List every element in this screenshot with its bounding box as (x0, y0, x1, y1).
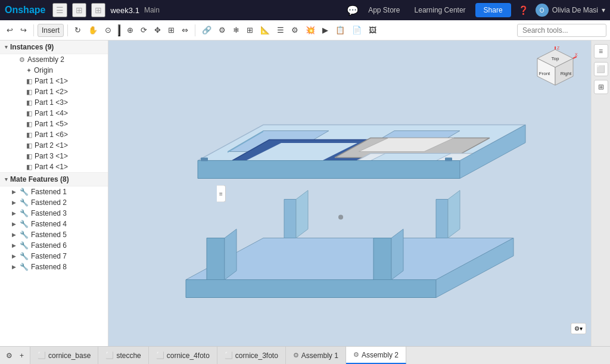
tab-part-icon: ⬜ (105, 351, 114, 359)
fastened3-item[interactable]: ▶ 🔧 Fastened 3 (0, 208, 108, 219)
part1-1-item[interactable]: ◧ Part 1 <1> (0, 76, 108, 86)
origin-item[interactable]: ✦ Origin (0, 65, 108, 76)
view-settings-button[interactable]: ⚙▾ (571, 323, 586, 334)
part3-1-item[interactable]: ◧ Part 3 <1> (0, 151, 108, 161)
fastened8-item[interactable]: ▶ 🔧 Fastened 8 (0, 262, 108, 272)
move-icon[interactable]: ⊕ (124, 24, 136, 36)
zoom-icon[interactable]: ⊞ (72, 3, 86, 17)
orientation-cube[interactable]: Top Front Right Z X (531, 46, 579, 94)
tab-stecche[interactable]: ⬜ stecche (98, 347, 148, 364)
svg-marker-6 (391, 229, 403, 280)
render-icon[interactable]: 🖼 (366, 24, 379, 36)
tab-cornice-4foto-label: cornice_4foto (167, 351, 210, 360)
tab-settings-button[interactable]: ⚙ (4, 350, 15, 361)
transform-icon[interactable]: ✥ (151, 24, 164, 36)
orbit-icon[interactable]: ⊙ (102, 24, 114, 36)
expand-icon: ▶ (12, 242, 16, 248)
part-icon: ◧ (26, 131, 32, 139)
part3-1-label: Part 3 <1> (35, 152, 68, 160)
tab-assembly2[interactable]: ⚙ Assembly 2 (346, 347, 406, 364)
part1-4-item[interactable]: ◧ Part 1 <4> (0, 108, 108, 119)
user-name: Olivia De Masi (552, 6, 598, 14)
fastened4-item[interactable]: ▶ 🔧 Fastened 4 (0, 219, 108, 229)
flip-icon[interactable]: ⇔ (179, 24, 191, 36)
hamburger-menu[interactable]: ☰ (52, 3, 67, 17)
assembly-name: Assembly 2 (27, 55, 64, 64)
settings-icon[interactable]: ⚙ (288, 24, 301, 36)
drawing-icon[interactable]: 📄 (349, 24, 365, 36)
search-tools-area (517, 24, 606, 37)
replicate-icon[interactable]: ❄ (230, 24, 242, 36)
mate-icon[interactable]: 🔗 (199, 24, 214, 36)
3d-scene (108, 41, 591, 346)
learning-center-button[interactable]: Learning Center (410, 4, 471, 17)
user-chevron-icon: ▾ (602, 6, 605, 14)
help-button[interactable]: ❓ (516, 3, 531, 17)
undo-button[interactable]: ↩ (4, 24, 16, 36)
user-area[interactable]: O Olivia De Masi ▾ (536, 4, 605, 17)
tab-assembly1-label: Assembly 1 (301, 351, 338, 360)
part1-6-item[interactable]: ◧ Part 1 <6> (0, 129, 108, 140)
svg-text:Front: Front (539, 71, 550, 76)
tab-cornice-4foto[interactable]: ⬜ cornice_4foto (149, 347, 217, 364)
svg-line-35 (573, 57, 577, 58)
fastened6-label: Fastened 6 (31, 241, 67, 250)
insert-button[interactable]: Insert (38, 24, 64, 37)
share-button[interactable]: Share (475, 3, 511, 17)
fastened-icon: 🔧 (20, 209, 29, 217)
part4-1-item[interactable]: ◧ Part 4 <1> (0, 161, 108, 172)
expand-icon: ▶ (12, 221, 16, 227)
fastened-icon: 🔧 (20, 231, 29, 239)
measure-icon[interactable]: 📐 (257, 24, 273, 36)
part1-3-label: Part 1 <3> (35, 98, 68, 107)
part2-1-item[interactable]: ◧ Part 2 <1> (0, 140, 108, 151)
part1-2-item[interactable]: ◧ Part 1 <2> (0, 86, 108, 97)
svg-marker-8 (296, 191, 308, 238)
fastened5-item[interactable]: ▶ 🔧 Fastened 5 (0, 229, 108, 240)
top-nav: Onshape ☰ ⊞ ⊞ week3.1 Main 💬 App Store L… (0, 0, 610, 20)
chat-icon[interactable]: 💬 (347, 5, 359, 16)
instances-header[interactable]: ▾ Instances (9) (0, 41, 108, 54)
tab-cornice-3foto[interactable]: ⬜ cornice_3foto (217, 347, 286, 364)
expand-icon: ▶ (12, 264, 16, 270)
pattern-icon[interactable]: ⊞ (244, 24, 256, 36)
pan-icon[interactable]: ✋ (85, 24, 101, 36)
redo-button[interactable]: ↪ (17, 24, 30, 36)
viewport[interactable]: ≡ Top Front Right Z X (108, 41, 591, 346)
fastened2-item[interactable]: ▶ 🔧 Fastened 2 (0, 197, 108, 208)
fastened-icon: 🔧 (20, 252, 29, 260)
align-icon[interactable]: ⊞ (165, 24, 178, 36)
parts-button[interactable]: ⬜ (594, 62, 608, 76)
explode-icon[interactable]: 💥 (303, 24, 318, 36)
part1-5-item[interactable]: ◧ Part 1 <5> (0, 119, 108, 129)
expand-icon: ▶ (12, 189, 16, 195)
animate-icon[interactable]: ▶ (319, 24, 331, 36)
display-states-button[interactable]: ≡ (594, 44, 608, 58)
fastened7-item[interactable]: ▶ 🔧 Fastened 7 (0, 251, 108, 262)
rotate-icon[interactable]: ↻ (71, 24, 84, 36)
part-icon: ◧ (26, 77, 32, 85)
tab-assembly1[interactable]: ⚙ Assembly 1 (286, 347, 346, 364)
search-tools-input[interactable] (517, 24, 606, 37)
bom-icon[interactable]: 📋 (332, 24, 348, 36)
tab-stecche-label: stecche (116, 351, 141, 360)
fastener-icon[interactable]: ⚙ (216, 24, 229, 36)
right-panel: ≡ ⬜ ⊞ (591, 41, 610, 346)
part2-1-label: Part 2 <1> (35, 141, 68, 150)
tab-add-button[interactable]: + (17, 350, 26, 361)
tab-cornice-base[interactable]: ⬜ cornice_base (30, 347, 98, 364)
instances-label: Instances (9) (10, 43, 54, 51)
mate-features-header[interactable]: ▾ Mate Features (8) (0, 172, 108, 186)
svg-marker-10 (448, 191, 460, 238)
part1-6-label: Part 1 <6> (35, 130, 68, 139)
grid-icon[interactable]: ⊞ (91, 3, 105, 17)
fastened6-item[interactable]: ▶ 🔧 Fastened 6 (0, 240, 108, 251)
section-icon[interactable]: ☰ (274, 24, 287, 36)
rotate2-icon[interactable]: ⟳ (138, 24, 150, 36)
fastened1-item[interactable]: ▶ 🔧 Fastened 1 (0, 186, 108, 197)
explode-button[interactable]: ⊞ (594, 80, 608, 94)
app-store-button[interactable]: App Store (363, 4, 404, 17)
collapse-panel-button[interactable]: ≡ (217, 185, 226, 202)
part1-3-item[interactable]: ◧ Part 1 <3> (0, 97, 108, 108)
assembly-item[interactable]: ⚙ Assembly 2 (0, 54, 108, 65)
